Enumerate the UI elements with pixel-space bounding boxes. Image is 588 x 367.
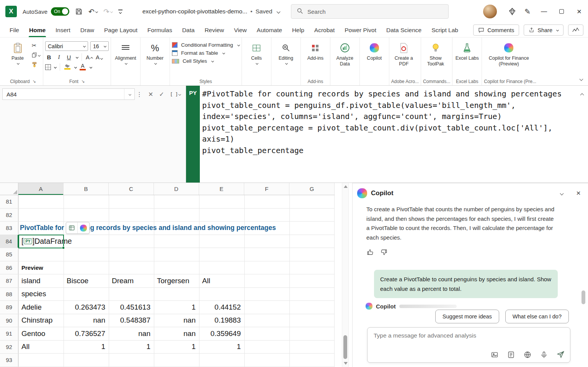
tab-draw[interactable]: Draw bbox=[75, 23, 99, 37]
copy-button[interactable] bbox=[32, 52, 40, 59]
show-toolpak-button[interactable]: Show ToolPak bbox=[423, 39, 448, 67]
scroll-down-button[interactable] bbox=[344, 362, 348, 365]
cells-button[interactable]: Cells bbox=[244, 39, 269, 64]
copilot-finance-button[interactable]: Copilot for Finance (Preview) bbox=[484, 39, 534, 67]
cell-E91[interactable]: 0.359649 bbox=[199, 327, 244, 340]
microphone-icon[interactable] bbox=[540, 351, 548, 359]
cell-C92[interactable]: 1 bbox=[109, 341, 154, 354]
what-else-button[interactable]: What else can I do? bbox=[505, 310, 569, 323]
cell-E87[interactable]: All bbox=[199, 274, 244, 287]
format-as-table-button[interactable]: Format as Table bbox=[172, 50, 240, 56]
undo-button[interactable]: ↶ bbox=[88, 7, 98, 16]
collapse-ribbon-button[interactable] bbox=[578, 75, 583, 82]
cell-B87[interactable]: Biscoe bbox=[64, 274, 109, 287]
cell-B91[interactable]: 0.736527 bbox=[64, 327, 109, 340]
clipboard-dialog-launcher[interactable]: ↘ bbox=[33, 79, 36, 84]
row-header-84[interactable]: 84 bbox=[0, 235, 18, 248]
prompt-guide-icon[interactable] bbox=[507, 351, 515, 359]
cell-styles-button[interactable]: Cell Styles bbox=[172, 58, 240, 64]
column-header-E[interactable]: E bbox=[199, 183, 244, 195]
excel-app-icon[interactable]: X bbox=[5, 6, 17, 17]
python-card-button[interactable] bbox=[66, 222, 78, 233]
font-color-button[interactable]: A bbox=[79, 64, 87, 70]
activity-button[interactable] bbox=[568, 24, 583, 36]
tab-view[interactable]: View bbox=[229, 23, 252, 37]
cell-A84-dataframe[interactable]: [PY]DataFrame bbox=[18, 235, 64, 248]
saved-status[interactable]: Saved bbox=[255, 8, 272, 15]
web-search-icon[interactable] bbox=[524, 351, 531, 359]
save-icon[interactable] bbox=[75, 8, 83, 15]
tab-insert[interactable]: Insert bbox=[51, 23, 75, 37]
more-options-icon[interactable]: ⋮ bbox=[136, 91, 142, 98]
cell-A92[interactable]: All bbox=[18, 341, 64, 354]
cell-A91[interactable]: Gentoo bbox=[18, 327, 64, 340]
increase-font-size-button[interactable]: A bbox=[85, 54, 93, 60]
close-button[interactable]: ✕ bbox=[570, 0, 588, 23]
send-icon[interactable] bbox=[557, 351, 565, 359]
conditional-formatting-button[interactable]: Conditional Formatting bbox=[172, 42, 240, 48]
cell-A83-title[interactable]: PivotTable for counting records by speci… bbox=[20, 222, 276, 235]
analyze-data-button[interactable]: Analyze Data bbox=[332, 39, 358, 67]
row-header-82[interactable]: 82 bbox=[0, 209, 18, 222]
redo-button[interactable]: ↷ bbox=[103, 7, 113, 16]
autosave-toggle[interactable]: On bbox=[51, 7, 69, 16]
vertical-scrollbar[interactable] bbox=[342, 183, 349, 367]
copilot-button[interactable]: Copilot bbox=[362, 39, 387, 61]
collapse-formula-bar-button[interactable] bbox=[579, 91, 583, 98]
row-header-93[interactable]: 93 bbox=[0, 354, 18, 367]
autosave-control[interactable]: AutoSave On bbox=[23, 7, 69, 16]
column-header-G[interactable]: G bbox=[289, 183, 335, 195]
cell-D87[interactable]: Torgersen bbox=[154, 274, 199, 287]
font-size-select[interactable]: 16 bbox=[90, 41, 109, 51]
search-box[interactable] bbox=[291, 4, 449, 19]
column-header-D[interactable]: D bbox=[154, 183, 199, 195]
font-dialog-launcher[interactable]: ↘ bbox=[81, 79, 85, 84]
row-header-90[interactable]: 90 bbox=[0, 314, 18, 327]
column-header-A[interactable]: A bbox=[18, 183, 64, 195]
addins-button[interactable]: Add-ins bbox=[303, 39, 328, 61]
tab-acrobat[interactable]: Acrobat bbox=[309, 23, 340, 37]
cancel-button[interactable]: ✕ bbox=[148, 91, 153, 98]
tab-page-layout[interactable]: Page Layout bbox=[99, 23, 142, 37]
underline-button[interactable]: U bbox=[65, 54, 73, 60]
row-header-91[interactable]: 91 bbox=[0, 327, 18, 340]
editing-button[interactable]: Editing bbox=[273, 39, 299, 64]
tab-help[interactable]: Help bbox=[287, 23, 309, 37]
cell-B90[interactable]: nan bbox=[64, 314, 109, 327]
cell-B92[interactable]: 1 bbox=[64, 341, 109, 354]
borders-button[interactable] bbox=[45, 64, 51, 70]
cell-D92[interactable]: 1 bbox=[154, 341, 199, 354]
cell-E92[interactable]: 1 bbox=[199, 341, 244, 354]
cell-D89[interactable]: 1 bbox=[154, 301, 199, 314]
python-code[interactable]: #PivotTable for counting records by spec… bbox=[200, 88, 575, 183]
tab-file[interactable]: File bbox=[5, 23, 24, 37]
column-header-B[interactable]: B bbox=[64, 183, 109, 195]
copilot-scroll-thumb[interactable] bbox=[581, 290, 585, 304]
cut-button[interactable]: ✂ bbox=[32, 42, 40, 49]
row-header-86[interactable]: 86 bbox=[0, 261, 18, 274]
font-name-select[interactable]: Calibri bbox=[45, 41, 88, 51]
python-code-editor[interactable]: PY #PivotTable for counting records by s… bbox=[186, 86, 588, 183]
tab-automate[interactable]: Automate bbox=[252, 23, 287, 37]
name-box[interactable]: A84 bbox=[2, 88, 135, 100]
maximize-button[interactable] bbox=[553, 0, 570, 23]
cell-A88[interactable]: species bbox=[18, 288, 64, 301]
cell-C90[interactable]: 0.548387 bbox=[109, 314, 154, 327]
comments-button[interactable]: Comments bbox=[473, 24, 519, 36]
number-button[interactable]: % Number bbox=[142, 39, 168, 64]
search-input[interactable] bbox=[307, 8, 434, 15]
excel-labs-button[interactable]: Excel Labs bbox=[454, 39, 480, 61]
paste-button[interactable]: Paste bbox=[5, 39, 30, 64]
tab-review[interactable]: Review bbox=[199, 23, 229, 37]
copilot-input-box[interactable] bbox=[367, 327, 570, 363]
row-header-89[interactable]: 89 bbox=[0, 301, 18, 314]
tab-data[interactable]: Data bbox=[177, 23, 200, 37]
document-title-area[interactable]: excel-python-copilot-pivottables-demo...… bbox=[142, 0, 280, 23]
column-header-F[interactable]: F bbox=[244, 183, 289, 195]
italic-button[interactable]: I bbox=[55, 54, 63, 60]
cell-E89[interactable]: 0.44152 bbox=[199, 301, 244, 314]
cell-E90[interactable]: 0.19883 bbox=[199, 314, 244, 327]
scroll-thumb[interactable] bbox=[343, 335, 347, 359]
row-header-87[interactable]: 87 bbox=[0, 274, 18, 287]
enter-button[interactable]: ✓ bbox=[159, 91, 164, 98]
